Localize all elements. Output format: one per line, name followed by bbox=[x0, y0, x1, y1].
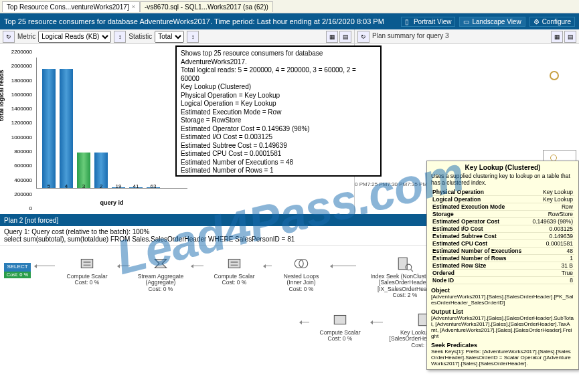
refresh-plan-button[interactable]: ↻ bbox=[357, 31, 369, 43]
tab-top-resource[interactable]: Top Resource Cons...ventureWorks2017] × bbox=[2, 1, 140, 12]
bar-3[interactable] bbox=[77, 153, 90, 188]
file-tabs: Top Resource Cons...ventureWorks2017] × … bbox=[0, 0, 579, 13]
gear-icon: ⚙ bbox=[533, 18, 540, 25]
annotation-overlay: Shows top 25 resource consumers for data… bbox=[175, 45, 382, 177]
stream-aggregate-icon bbox=[152, 255, 169, 272]
header-bar: Top 25 resource consumers for database A… bbox=[0, 13, 579, 29]
compute-scalar-icon bbox=[78, 255, 96, 272]
landscape-view-button[interactable]: ▭ Landscape View bbox=[459, 17, 525, 27]
landscape-icon: ▭ bbox=[463, 18, 470, 25]
statistic-label: Statistic bbox=[129, 33, 152, 40]
grid-button[interactable]: ▤ bbox=[339, 31, 351, 43]
plan-chart-button[interactable]: ▦ bbox=[551, 31, 563, 43]
op-stream-aggregate[interactable]: Stream Aggregate(Aggregate)Cost: 0 % bbox=[129, 255, 193, 292]
compute-scalar-icon bbox=[331, 311, 349, 328]
statistic-select[interactable]: Total bbox=[155, 31, 184, 43]
metric-label: Metric bbox=[17, 33, 35, 40]
portrait-view-button[interactable]: ▯ Portrait View bbox=[401, 17, 456, 27]
bar-4[interactable] bbox=[60, 69, 73, 188]
tab-label: Top Resource Cons...ventureWorks2017] bbox=[7, 3, 129, 11]
tab-label: -vs8670.sql - SQL1...Works2017 (sa (62)) bbox=[145, 3, 268, 11]
x-axis-label: query id bbox=[100, 199, 123, 206]
statistic-order-button[interactable]: ↕ bbox=[187, 31, 199, 43]
plan-marker-icon[interactable] bbox=[550, 71, 559, 80]
tooltip-title: Key Lookup (Clustered) bbox=[431, 164, 574, 171]
bar-2[interactable] bbox=[94, 153, 108, 188]
op-compute-scalar-2[interactable]: Compute ScalarCost: 0 % bbox=[202, 255, 266, 286]
page-title: Top 25 resource consumers for database A… bbox=[4, 17, 384, 25]
op-nested-loops[interactable]: Nested Loops(Inner Join)Cost: 0 % bbox=[269, 255, 333, 292]
plan-toolbar: ↻ Plan summary for query 3 ▦ ▤ bbox=[355, 29, 579, 44]
svg-rect-0 bbox=[81, 260, 92, 268]
chart-toolbar: ↻ Metric Logical Reads (KB) ↕ Statistic … bbox=[0, 29, 355, 44]
bar-5[interactable] bbox=[42, 69, 56, 188]
close-icon[interactable]: × bbox=[132, 3, 135, 10]
index-seek-icon bbox=[396, 255, 414, 272]
chart-button[interactable]: ▦ bbox=[326, 31, 338, 43]
configure-button[interactable]: ⚙ Configure bbox=[529, 17, 575, 27]
tooltip-description: Uses a supplied clustering key to lookup… bbox=[431, 173, 574, 186]
tab-sql-file[interactable]: -vs8670.sql - SQL1...Works2017 (sa (62)) bbox=[140, 1, 273, 12]
operator-tooltip: Key Lookup (Clustered) Uses a supplied c… bbox=[426, 161, 579, 370]
nested-loops-icon bbox=[293, 255, 310, 272]
plan-grid-button[interactable]: ▤ bbox=[564, 31, 576, 43]
metric-select[interactable]: Logical Reads (KB) bbox=[38, 31, 111, 43]
y-axis-label: total logical reads bbox=[0, 70, 5, 121]
op-compute-scalar-1[interactable]: Compute ScalarCost: 0 % bbox=[55, 255, 119, 286]
op-select[interactable]: SELECT Cost: 0 % bbox=[4, 263, 35, 278]
metric-order-button[interactable]: ↕ bbox=[114, 31, 126, 43]
tooltip-properties: Physical OperationKey LookupLogical Oper… bbox=[431, 189, 574, 284]
bar-chart[interactable]: 5432194163 query id bbox=[35, 51, 189, 198]
op-compute-scalar-3[interactable]: Compute ScalarCost: 0 % bbox=[308, 311, 372, 342]
svg-rect-6 bbox=[334, 316, 345, 324]
svg-rect-1 bbox=[228, 260, 240, 268]
portrait-icon: ▯ bbox=[405, 18, 412, 25]
plan-summary-title: Plan summary for query 3 bbox=[372, 32, 449, 39]
compute-scalar-icon bbox=[226, 255, 243, 272]
refresh-button[interactable]: ↻ bbox=[3, 31, 15, 43]
y-ticks: 2200000200000018000001600000140000012000… bbox=[9, 50, 32, 221]
